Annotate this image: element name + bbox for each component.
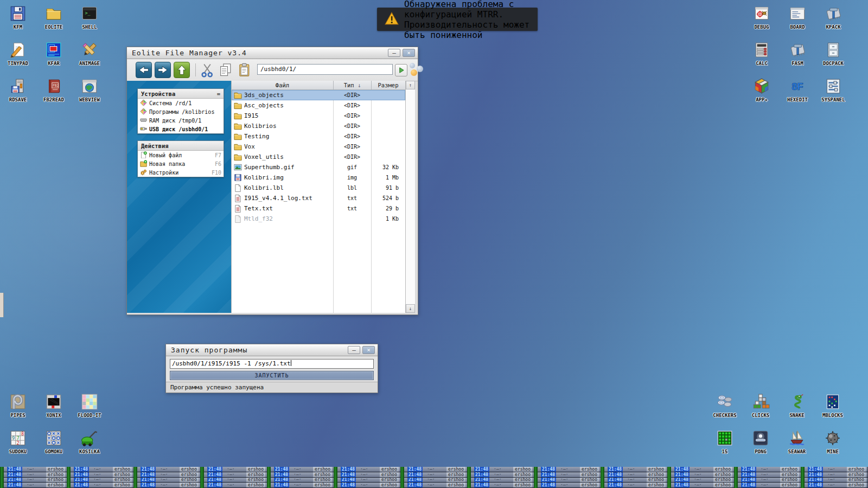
file-row[interactable]: Asc_objects<DIR>: [232, 100, 405, 111]
device-item[interactable]: RAM диск /tmp0/1: [138, 116, 224, 125]
eolite-minimize-button[interactable]: –: [388, 49, 400, 57]
desktop-icon-kpack[interactable]: KPACK: [815, 4, 851, 39]
run-close-button[interactable]: ×: [362, 346, 375, 354]
column-header-type[interactable]: Тип ↓: [334, 81, 372, 89]
desktop-icon-fasm[interactable]: FASM: [780, 41, 815, 75]
up-button[interactable]: [174, 62, 190, 78]
desktop-icon-pong[interactable]: PONG: [743, 429, 778, 464]
eolite-close-button[interactable]: ×: [403, 49, 415, 57]
desktop-icon-label: GOMOKU: [45, 449, 63, 454]
desktop-icon-kfm[interactable]: KFM: [0, 4, 36, 39]
glitch-dash: ·–·: [827, 483, 835, 487]
desktop-icon-mblocks[interactable]: MBLOCKS: [815, 393, 851, 427]
desktop-icon-docpack[interactable]: DOCPACK: [815, 41, 851, 75]
glitch-dash: ·–·: [761, 472, 768, 477]
desktop-icon-xonix[interactable]: XONIX: [36, 393, 72, 427]
text-fragment: ershoo: [780, 483, 799, 487]
desktop-icon-eolite[interactable]: EOLITE: [36, 4, 72, 39]
device-item[interactable]: USB диск /usbhd0/1: [138, 125, 224, 133]
eolite-titlebar[interactable]: Eolite File Manager v3.4 – ×: [127, 47, 418, 59]
taskbar-corrupted[interactable]: 21:48·–·ershoo21:48·–·ershoo21:48·–·ersh…: [0, 467, 868, 488]
clock-fragment: 21:48: [7, 478, 22, 483]
run-dialog-titlebar[interactable]: Запуск программы – ×: [166, 344, 378, 356]
file-row[interactable]: Kolibrios<DIR>: [232, 121, 405, 131]
desktop-icon-clicks[interactable]: CLICKS: [743, 393, 778, 427]
desktop-icon-rdsave[interactable]: RDSAVE: [0, 77, 36, 112]
desktop-icon-mine[interactable]: MINE: [815, 429, 851, 464]
desktop-icon-tinypad[interactable]: TINYPAD: [0, 41, 36, 75]
glitch-row: 21:48·–·ershoo: [604, 483, 667, 488]
file-name: Voxel_utils: [244, 153, 333, 160]
file-row[interactable]: Superthumb.gifgif32 Kb: [232, 162, 405, 172]
file-row[interactable]: I915_v4.4.1_log.txttxt524 b: [232, 193, 405, 203]
desktop-icon-debug[interactable]: DEBUG: [744, 4, 780, 39]
file-row[interactable]: Kolibri.imgimg1 Mb: [232, 172, 405, 183]
go-button[interactable]: [395, 64, 407, 76]
file-list-scrollbar[interactable]: ↑ ↓: [405, 81, 415, 313]
desktop-icon-board[interactable]: BOARD: [780, 4, 815, 39]
devices-menu-button[interactable]: =: [217, 91, 220, 97]
forward-button[interactable]: [155, 62, 171, 78]
clock-fragment: 21:48: [141, 472, 156, 477]
run-button[interactable]: ЗАПУСТИТЬ: [170, 371, 374, 380]
terminal-icon: >_: [80, 4, 99, 23]
desktop-icon-pipes[interactable]: PIPES: [0, 393, 36, 427]
desktop-icon-webview[interactable]: WEBVIEW: [72, 77, 107, 112]
text-fragment: ershoo: [647, 472, 666, 477]
scroll-down-button[interactable]: ↓: [406, 304, 415, 313]
desktop-icon-app-[interactable]: APP+: [744, 77, 780, 112]
actions-panel-title: Действия: [141, 143, 169, 149]
file-row[interactable]: Kolibri.lbllbl91 b: [232, 183, 405, 193]
device-item[interactable]: Программы /kolibrios: [138, 107, 224, 116]
command-input[interactable]: /usbhd0/1/i915/i915 -1 /sys/1.txt: [170, 359, 374, 369]
back-button[interactable]: [136, 62, 152, 78]
file-row[interactable]: I915<DIR>: [232, 111, 405, 121]
desktop-icon-calc[interactable]: CALC: [744, 41, 780, 75]
desktop-icon-seawar[interactable]: SEAWAR: [779, 429, 815, 464]
paste-button[interactable]: [237, 62, 252, 78]
glitch-row: 21:48·–·ershoo: [471, 472, 534, 478]
desktop-icon-gomoku[interactable]: GOMOKU: [36, 429, 72, 464]
file-row[interactable]: Voxel_utils<DIR>: [232, 152, 405, 162]
desktop-icon-15[interactable]: 15: [707, 429, 743, 464]
desktop-icon-hexedit[interactable]: 8FHEXEDIT: [780, 77, 815, 112]
desktop-icon-kfar[interactable]: KFAR: [36, 41, 72, 75]
column-header-size[interactable]: Размер: [372, 81, 405, 89]
copy-button[interactable]: [218, 62, 233, 78]
file-row[interactable]: Testing<DIR>: [232, 131, 405, 142]
glitch-row: 21:48·–·ershoo: [71, 483, 133, 488]
cube-icon: [752, 77, 771, 95]
action-label: Новый файл: [149, 152, 182, 158]
desktop-icon-checkers[interactable]: CHECKERS: [707, 393, 743, 427]
action-item[interactable]: НастройкиF10: [138, 168, 224, 177]
glitch-dash: ·–·: [494, 483, 501, 487]
file-row[interactable]: Tetx.txttxt29 b: [232, 203, 405, 214]
desktop-icon-shell[interactable]: >_SHELL: [72, 4, 107, 39]
desktop-icon-animage[interactable]: ANIMAGE: [72, 41, 107, 75]
file-row[interactable]: Vox<DIR>: [232, 142, 405, 152]
action-item[interactable]: Новый файлF7: [138, 151, 224, 159]
txt-icon: [234, 194, 242, 202]
desktop-icon-sudoku[interactable]: 8972SUDOKU: [0, 429, 36, 464]
desktop-icon-label: SNAKE: [789, 413, 804, 418]
clock-fragment: 21:48: [407, 478, 423, 483]
desktop-icon-flood-it[interactable]: FLOOD-IT: [72, 393, 107, 427]
desktop-icon-kosilka[interactable]: KOSILKA: [72, 429, 107, 464]
run-minimize-button[interactable]: –: [348, 346, 360, 354]
cut-button[interactable]: [200, 62, 215, 78]
clock-fragment: 21:48: [207, 478, 222, 483]
glitch-row: 21:48·–·ershoo: [404, 478, 467, 483]
action-item[interactable]: Новая папкаF6: [138, 159, 224, 168]
clock-fragment: 21:48: [808, 467, 823, 472]
text-fragment: ershoo: [780, 472, 799, 477]
path-input[interactable]: /usbhd0/1/: [257, 64, 393, 75]
device-item[interactable]: Система /rd/1: [138, 99, 224, 107]
desktop-icon-syspanel[interactable]: SYSPANEL: [815, 77, 851, 112]
column-header-file[interactable]: Файл: [232, 81, 334, 89]
file-row[interactable]: 3ds_objects<DIR>: [232, 90, 405, 100]
clock-fragment: 21:48: [74, 467, 89, 472]
file-row[interactable]: Mtld_f321 Kb: [232, 214, 405, 224]
scroll-up-button[interactable]: ↑: [406, 81, 415, 89]
desktop-icon-fb2read[interactable]: FB2FB2READ: [36, 77, 72, 112]
desktop-icon-snake[interactable]: SNAKE: [779, 393, 815, 427]
